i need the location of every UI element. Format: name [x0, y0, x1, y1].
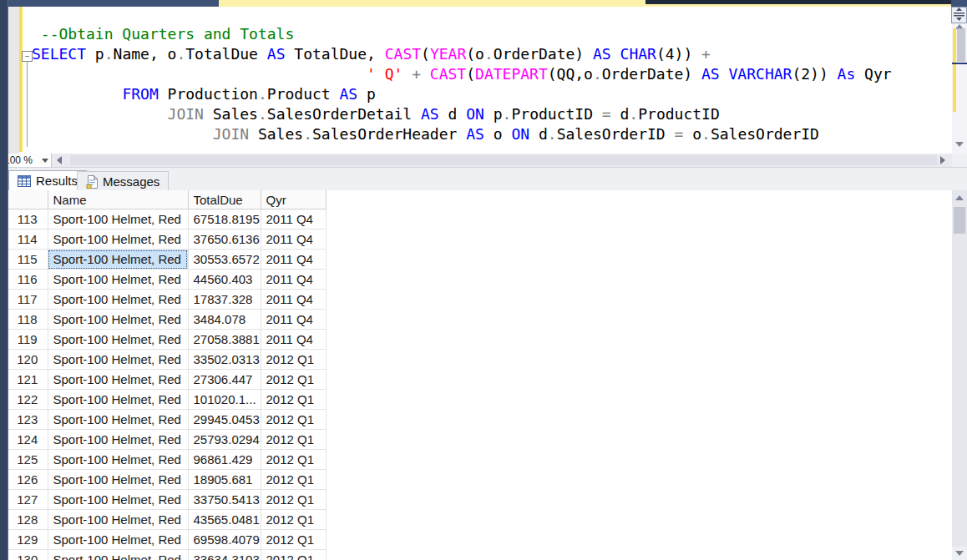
grid-vertical-scrollbar-thumb[interactable]: [954, 207, 965, 234]
code-line[interactable]: JOIN Sales.SalesOrderHeader AS o ON d.Sa…: [32, 124, 892, 144]
row-number-cell[interactable]: 118: [8, 310, 48, 330]
grid-cell[interactable]: 67518.8195: [188, 209, 261, 230]
grid-cell[interactable]: Sport-100 Helmet, Red: [48, 310, 188, 330]
code-line[interactable]: FROM Production.Product AS p: [32, 84, 892, 104]
grid-cell[interactable]: 33502.0313: [188, 350, 261, 370]
code-area[interactable]: --Obtain Quarters and TotalsSELECT p.Nam…: [32, 24, 892, 144]
grid-cell[interactable]: Sport-100 Helmet, Red: [48, 370, 188, 390]
grid-cell[interactable]: 27058.3881: [188, 330, 261, 350]
h-scrollbar-thumb[interactable]: [70, 155, 937, 165]
code-line[interactable]: --Obtain Quarters and Totals: [32, 24, 892, 44]
row-number-cell[interactable]: 126: [8, 470, 48, 490]
table-row: 114Sport-100 Helmet, Red37650.61362011 Q…: [8, 230, 326, 250]
grid-cell[interactable]: Sport-100 Helmet, Red: [48, 530, 188, 550]
row-number-cell[interactable]: 127: [8, 490, 48, 510]
grid-cell[interactable]: Sport-100 Helmet, Red: [48, 510, 188, 530]
grid-cell[interactable]: 2011 Q4: [261, 250, 326, 270]
grid-cell[interactable]: 2012 Q1: [261, 450, 326, 470]
grid-cell[interactable]: 2012 Q1: [261, 530, 326, 550]
grid-cell[interactable]: 2011 Q4: [261, 270, 326, 290]
row-number-cell[interactable]: 120: [8, 350, 48, 370]
h-scroll-left-icon[interactable]: [57, 156, 62, 164]
grid-cell[interactable]: 2012 Q1: [261, 390, 326, 410]
grid-cell[interactable]: 2012 Q1: [261, 470, 326, 490]
grid-cell[interactable]: 29945.0453: [188, 410, 261, 430]
grid-cell[interactable]: 44560.403: [188, 270, 261, 290]
grid-cell[interactable]: 25793.0294: [188, 430, 261, 450]
grid-cell[interactable]: 2012 Q1: [261, 410, 326, 430]
grid-cell[interactable]: 2012 Q1: [261, 350, 326, 370]
row-number-cell[interactable]: 125: [8, 450, 48, 470]
grid-cell[interactable]: Sport-100 Helmet, Red: [48, 430, 188, 450]
grid-cell[interactable]: 37650.6136: [188, 230, 261, 250]
grid-cell[interactable]: 2011 Q4: [261, 310, 326, 330]
grid-cell[interactable]: 2012 Q1: [261, 510, 326, 530]
grid-cell[interactable]: 17837.328: [188, 290, 261, 310]
grid-cell[interactable]: 30553.6572: [188, 250, 261, 270]
grid-cell[interactable]: Sport-100 Helmet, Red: [48, 390, 188, 410]
grid-cell[interactable]: Sport-100 Helmet, Red: [48, 350, 188, 370]
grid-cell[interactable]: 18905.681: [188, 470, 261, 490]
grid-column-header[interactable]: Name: [48, 190, 188, 209]
row-number-cell[interactable]: 114: [8, 230, 48, 250]
grid-cell[interactable]: 2011 Q4: [261, 290, 326, 310]
row-number-cell[interactable]: 113: [8, 209, 48, 230]
tab-messages[interactable]: Messages: [77, 171, 169, 191]
row-number-cell[interactable]: 130: [8, 550, 48, 560]
row-number-cell[interactable]: 116: [8, 270, 48, 290]
code-line[interactable]: ' Q' + CAST(DATEPART(QQ,o.OrderDate) AS …: [32, 64, 892, 84]
grid-cell[interactable]: Sport-100 Helmet, Red: [48, 209, 188, 230]
grid-cell[interactable]: 101020.1...: [188, 390, 261, 410]
editor-vertical-scrollbar-thumb[interactable]: [957, 28, 965, 62]
grid-cell[interactable]: Sport-100 Helmet, Red: [48, 250, 188, 270]
row-number-cell[interactable]: 122: [8, 390, 48, 410]
grid-cell[interactable]: 2012 Q1: [261, 430, 326, 450]
grid-column-header[interactable]: Qyr: [261, 190, 326, 209]
grid-cell[interactable]: 33750.5413: [188, 490, 261, 510]
sql-editor[interactable]: − --Obtain Quarters and TotalsSELECT p.N…: [8, 7, 952, 154]
grid-cell[interactable]: 43565.0481: [188, 510, 261, 530]
grid-cell[interactable]: 33634.3103: [188, 550, 261, 560]
grid-cell[interactable]: Sport-100 Helmet, Red: [48, 330, 188, 350]
zoom-dropdown-caret-icon[interactable]: [42, 159, 48, 163]
grid-scroll-up-icon[interactable]: [952, 190, 967, 205]
grid-cell[interactable]: Sport-100 Helmet, Red: [48, 410, 188, 430]
grid-cell[interactable]: 3484.078: [188, 310, 261, 330]
grid-cell[interactable]: Sport-100 Helmet, Red: [48, 470, 188, 490]
tab-results[interactable]: Results: [8, 170, 87, 190]
row-number-cell[interactable]: 123: [8, 410, 48, 430]
code-line[interactable]: JOIN Sales.SalesOrderDetail AS d ON p.Pr…: [32, 104, 892, 124]
grid-cell[interactable]: Sport-100 Helmet, Red: [48, 270, 188, 290]
split-editor-handle[interactable]: [951, 7, 967, 23]
grid-cell[interactable]: 69598.4079: [188, 530, 261, 550]
row-number-cell[interactable]: 117: [8, 290, 48, 310]
grid-cell[interactable]: 27306.447: [188, 370, 261, 390]
row-number-cell[interactable]: 124: [8, 430, 48, 450]
grid-cell[interactable]: Sport-100 Helmet, Red: [48, 290, 188, 310]
h-scroll-right-icon[interactable]: [940, 156, 945, 164]
grid-scroll-down-icon[interactable]: [952, 547, 967, 560]
results-grid[interactable]: NameTotalDueQyr 113Sport-100 Helmet, Red…: [8, 190, 952, 560]
grid-cell[interactable]: Sport-100 Helmet, Red: [48, 450, 188, 470]
grid-cell[interactable]: 2011 Q4: [261, 230, 326, 250]
code-line[interactable]: SELECT p.Name, o.TotalDue AS TotalDue, C…: [32, 44, 892, 64]
grid-cell[interactable]: 2012 Q1: [261, 490, 326, 510]
row-number-cell[interactable]: 128: [8, 510, 48, 530]
grid-column-header[interactable]: TotalDue: [188, 190, 261, 209]
grid-cell[interactable]: 96861.429: [188, 450, 261, 470]
grid-vertical-scrollbar[interactable]: [952, 190, 967, 560]
grid-cell[interactable]: Sport-100 Helmet, Red: [48, 490, 188, 510]
grid-cell[interactable]: 2011 Q4: [261, 209, 326, 230]
editor-scroll-down-icon[interactable]: [955, 142, 964, 147]
grid-cell[interactable]: 2012 Q1: [261, 550, 326, 560]
row-number-cell[interactable]: 121: [8, 370, 48, 390]
grid-cell[interactable]: 2011 Q4: [261, 330, 326, 350]
grid-cell[interactable]: Sport-100 Helmet, Red: [48, 230, 188, 250]
row-number-cell[interactable]: 115: [8, 250, 48, 270]
grid-column-header[interactable]: [8, 190, 48, 209]
row-number-cell[interactable]: 129: [8, 530, 48, 550]
grid-cell[interactable]: 2012 Q1: [261, 370, 326, 390]
row-number-cell[interactable]: 119: [8, 330, 48, 350]
scrollbar-caret-marker: [952, 63, 967, 64]
grid-cell[interactable]: Sport-100 Helmet, Red: [48, 550, 188, 560]
